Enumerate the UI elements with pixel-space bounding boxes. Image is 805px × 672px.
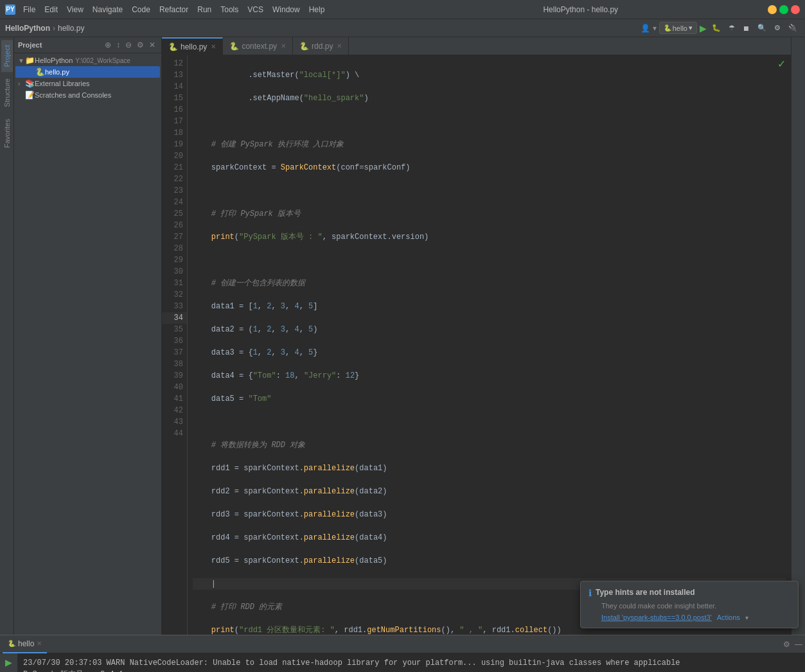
libraries-icon: 📚 [24,79,35,88]
breadcrumb-file[interactable]: hello.py [58,24,84,33]
debug-button[interactable]: 🐛 [709,22,723,33]
window-title: HelloPython - hello.py [394,5,768,14]
menu-window[interactable]: Window [269,4,304,15]
line-num-22: 22 [162,173,187,185]
tab-label-context: context.py [242,42,277,51]
menu-file[interactable]: File [19,4,39,15]
menu-vcs[interactable]: VCS [243,4,267,15]
close-button[interactable]: ✕ [791,5,800,14]
settings-button[interactable]: ⚙ [135,40,146,50]
menu-help[interactable]: Help [305,4,329,15]
scratches-icon: 📝 [24,91,35,100]
menu-run[interactable]: Run [193,4,215,15]
tab-close-context[interactable]: ✕ [281,42,286,49]
tab-close-rdd[interactable]: ✕ [337,42,342,49]
stop-button[interactable]: ⏹ [740,23,752,33]
run-tab-label: hello [18,639,34,648]
maximize-button[interactable]: □ [779,5,788,14]
notification-install-link[interactable]: Install 'pyspark-stubs==3.0.0.post3' [601,614,712,621]
code-line-20 [193,254,786,266]
tree-item-scratches[interactable]: 📝 Scratches and Consoles [15,89,160,101]
menu-code[interactable]: Code [128,4,154,15]
line-num-24: 24 [162,197,187,208]
notification-header: ℹ Type hints are not installed [588,588,790,598]
code-line-14 [193,116,786,127]
menu-refactor[interactable]: Refactor [155,4,192,15]
coverage-button[interactable]: ☂ [726,22,738,33]
tree-item-hello[interactable]: 🐍 hello.py [15,66,160,78]
tree-item-root[interactable]: ▼ 📁 HelloPython Y:\002_WorkSpace [15,55,160,66]
code-line-22: data1 = [1, 2, 3, 4, 5] [193,301,786,312]
new-file-button[interactable]: ⊕ [103,40,113,50]
code-line-17 [193,185,786,197]
favorites-tab[interactable]: Favorites [1,114,13,153]
run-button[interactable]: ▶ [700,23,707,33]
line-num-29: 29 [162,254,187,266]
tree-item-libraries[interactable]: › 📚 External Libraries [15,78,160,89]
line-num-20: 20 [162,150,187,162]
code-line-16: sparkContext = SparkContext(conf=sparkCo… [193,162,786,173]
plugin-button[interactable]: 🔌 [786,22,800,33]
tab-icon-context: 🐍 [229,42,239,51]
line-num-41: 41 [162,393,187,405]
code-line-28: # 将数据转换为 RDD 对象 [193,439,786,451]
tab-label-hello: hello.py [181,42,207,51]
python-file-icon: 🐍 [35,67,45,76]
tab-rdd-py[interactable]: 🐍 rdd.py ✕ [293,37,349,55]
breadcrumb-separator: › [53,24,55,33]
line-num-15: 15 [162,93,187,104]
code-line-33: rdd5 = sparkContext.parallelize(data5) [193,555,786,567]
tab-label-rdd: rdd.py [312,42,333,51]
notification-actions-link[interactable]: Actions [717,614,740,621]
code-line-29: rdd1 = sparkContext.parallelize(data1) [193,463,786,474]
notification-popup: ℹ Type hints are not installed They coul… [580,581,799,628]
run-tab-hello[interactable]: 🐍 hello ✕ [3,635,47,653]
menu-edit[interactable]: Edit [40,4,62,15]
line-num-13: 13 [162,69,187,81]
run-settings-icon[interactable]: ⚙ [783,640,790,649]
tree-path-root: Y:\002_WorkSpace [75,57,130,64]
line-num-27: 27 [162,231,187,243]
tab-hello-py[interactable]: 🐍 hello.py ✕ [162,37,223,55]
collapse-button[interactable]: ⊖ [123,40,134,50]
project-tab[interactable]: Project [1,40,13,72]
line-num-21: 21 [162,162,187,173]
line-num-43: 43 [162,416,187,428]
line-num-28: 28 [162,243,187,254]
notification-title: Type hints are not installed [596,588,694,597]
run-minimize-icon[interactable]: — [795,640,802,649]
line-num-25: 25 [162,208,187,220]
sync-button[interactable]: ↕ [114,40,122,50]
run-configuration[interactable]: 🐍 hello ▾ [659,22,697,34]
code-line-26: data5 = "Tom" [193,393,786,405]
line-num-40: 40 [162,382,187,393]
window-controls: — □ ✕ [768,5,800,14]
editor-area: 🐍 hello.py ✕ 🐍 context.py ✕ 🐍 rdd.py ✕ 1… [162,37,791,635]
user-icon[interactable]: 👤 ▾ [641,24,656,33]
code-editor[interactable]: 12 13 14 15 16 17 18 19 20 21 22 23 24 2… [162,55,791,635]
tab-close-hello[interactable]: ✕ [211,43,216,50]
search-everywhere-button[interactable]: 🔍 [755,22,769,33]
notification-dropdown-icon[interactable]: ▾ [745,614,748,621]
menu-tools[interactable]: Tools [217,4,242,15]
breadcrumb-project[interactable]: HelloPython [5,24,50,33]
minimize-button[interactable]: — [768,5,777,14]
run-tab-icon: 🐍 [8,640,15,647]
run-tab-close[interactable]: ✕ [37,640,42,647]
line-numbers: 12 13 14 15 16 17 18 19 20 21 22 23 24 2… [162,55,188,635]
close-project-button[interactable]: ✕ [147,40,157,50]
output-line-1: PySpark 版本号 ： 3.4.1 [23,669,800,672]
run-play-button[interactable]: ▶ [4,656,13,669]
line-num-37: 37 [162,347,187,358]
code-line-27 [193,416,786,428]
run-config-dropdown-icon: ▾ [689,24,693,32]
menu-navigate[interactable]: Navigate [89,4,127,15]
menu-view[interactable]: View [63,4,87,15]
tab-context-py[interactable]: 🐍 context.py ✕ [223,37,293,55]
settings-button[interactable]: ⚙ [772,22,783,33]
code-content[interactable]: .setMaster("local[*]") \ .setAppName("he… [188,55,791,635]
project-panel-title: Project [18,41,103,49]
run-settings[interactable]: ⚙ — [783,640,802,649]
folder-icon: 📁 [24,56,35,65]
structure-tab[interactable]: Structure [1,73,13,112]
